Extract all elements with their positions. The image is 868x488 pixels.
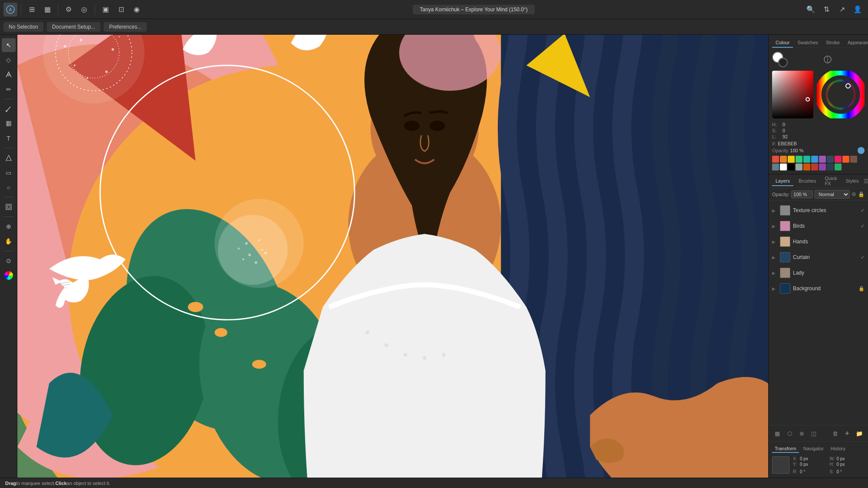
layer-name-label: Hands bbox=[793, 239, 865, 245]
layer-item-birds[interactable]: ▶Birds✓ bbox=[769, 218, 868, 234]
drag-desc: to marquee select. bbox=[16, 481, 56, 486]
tab-quick-fx[interactable]: Quick FX bbox=[821, 174, 840, 189]
click-desc: an object to select it. bbox=[67, 481, 110, 486]
brush-tool[interactable] bbox=[2, 102, 16, 116]
eyedropper-tool[interactable]: ⊙ bbox=[2, 254, 16, 268]
pen-tool[interactable] bbox=[2, 68, 16, 82]
layers-menu-icon[interactable]: ☰ bbox=[864, 178, 868, 184]
tab-navigator[interactable]: Navigator bbox=[801, 445, 826, 453]
layer-item-hands[interactable]: ▶Hands bbox=[769, 234, 868, 249]
canvas-area[interactable] bbox=[17, 35, 768, 478]
swatch-item[interactable] bbox=[780, 156, 787, 163]
layer-lock-icon[interactable]: 🔒 bbox=[858, 286, 865, 291]
layer-item-texture-circles[interactable]: ▶Texture circles✓ bbox=[769, 203, 868, 218]
tab-swatches[interactable]: Swatches bbox=[794, 38, 822, 48]
add-pixel-layer-icon[interactable]: ▦ bbox=[772, 428, 783, 439]
layer-arrow-icon: ▶ bbox=[772, 271, 777, 275]
layer-item-curtain[interactable]: ▶Curtain✓ bbox=[769, 249, 868, 265]
layer-visibility-icon[interactable]: ✓ bbox=[861, 255, 865, 260]
swatch-item[interactable] bbox=[827, 156, 834, 163]
transform-tool[interactable] bbox=[2, 200, 16, 214]
color-mode-selector bbox=[790, 55, 865, 64]
app-logo[interactable]: A bbox=[3, 3, 17, 16]
swatch-item[interactable] bbox=[850, 156, 857, 163]
add-layer-icon[interactable]: + bbox=[842, 428, 852, 439]
swatch-item[interactable] bbox=[819, 164, 826, 170]
panel-bottom: ▦ ⬡ ⊕ ◫ 🗑 + 📁 bbox=[769, 425, 868, 441]
fill-tool[interactable] bbox=[2, 117, 16, 131]
color-wheel[interactable] bbox=[817, 71, 865, 118]
user-icon[interactable]: 👤 bbox=[851, 3, 865, 16]
share-icon[interactable]: ↗ bbox=[835, 3, 849, 16]
color-swatch-tool[interactable] bbox=[2, 269, 16, 282]
swatch-item[interactable] bbox=[788, 164, 795, 170]
preferences-button[interactable]: Preferences... bbox=[104, 22, 147, 32]
grid-tool-4[interactable]: ⊡ bbox=[114, 3, 128, 16]
swatch-item[interactable] bbox=[819, 156, 826, 163]
color-gradient-box[interactable] bbox=[772, 71, 813, 118]
delete-layer-icon[interactable]: 🗑 bbox=[830, 428, 840, 439]
pencil-tool[interactable]: ✏ bbox=[2, 82, 16, 96]
background-color-swatch[interactable] bbox=[778, 58, 788, 67]
tab-stroke[interactable]: Stroke bbox=[822, 38, 843, 48]
layer-settings-icon[interactable]: ⚙ bbox=[852, 191, 856, 197]
swatch-item[interactable] bbox=[788, 156, 795, 163]
tab-transform[interactable]: Transform bbox=[772, 445, 799, 453]
swatch-item[interactable] bbox=[842, 156, 849, 163]
tab-layers[interactable]: Layers bbox=[772, 177, 793, 186]
swatch-item[interactable] bbox=[772, 164, 779, 170]
swatch-item[interactable] bbox=[811, 156, 818, 163]
tab-styles[interactable]: Styles bbox=[842, 177, 862, 186]
swatch-item[interactable] bbox=[772, 156, 779, 163]
swatch-item[interactable] bbox=[796, 156, 802, 163]
layer-item-background[interactable]: ▶Background🔒 bbox=[769, 281, 868, 296]
add-adjustment-icon[interactable]: ⊕ bbox=[796, 428, 807, 439]
shape-tool[interactable] bbox=[2, 151, 16, 165]
grid-tool-2[interactable]: ▦ bbox=[40, 3, 54, 16]
swatch-item[interactable] bbox=[811, 164, 818, 170]
grid-tool-5[interactable]: ◉ bbox=[130, 3, 144, 16]
swatch-item[interactable] bbox=[803, 164, 810, 170]
grid-tool-1[interactable]: ⊞ bbox=[25, 3, 39, 16]
layers-list: ▶Texture circles✓▶Birds✓▶Hands▶Curtain✓▶… bbox=[769, 201, 868, 425]
swatch-item[interactable] bbox=[803, 156, 810, 163]
svg-point-42 bbox=[86, 77, 88, 79]
swatch-item[interactable] bbox=[780, 164, 787, 170]
layer-item-lady[interactable]: ▶Lady bbox=[769, 265, 868, 281]
add-fx-layer-icon[interactable]: ⬡ bbox=[784, 428, 795, 439]
document-setup-button[interactable]: Document Setup... bbox=[47, 22, 100, 32]
tab-brushes[interactable]: Brushes bbox=[795, 177, 819, 186]
swatch-item[interactable] bbox=[796, 164, 802, 170]
sync-icon[interactable]: ⇅ bbox=[819, 3, 833, 16]
layer-visibility-icon[interactable]: ✓ bbox=[861, 208, 865, 213]
search-icon[interactable]: 🔍 bbox=[804, 3, 818, 16]
folder-icon[interactable]: 📁 bbox=[854, 428, 865, 439]
tab-colour[interactable]: Colour bbox=[772, 38, 793, 48]
transform-fields: X: 0 px W: 0 px Y: 0 px bbox=[793, 456, 865, 474]
add-mask-icon[interactable]: ◫ bbox=[809, 428, 819, 439]
opacity-picker-icon[interactable] bbox=[858, 147, 865, 154]
node-tool[interactable]: ◇ bbox=[2, 53, 16, 67]
r-value: 0 ° bbox=[800, 469, 805, 474]
snapping-icon[interactable]: ▣ bbox=[99, 3, 112, 16]
tab-appearance[interactable]: Appearance bbox=[844, 38, 868, 48]
text-tool[interactable]: T bbox=[2, 131, 16, 145]
zoom-tool[interactable]: ⊕ bbox=[2, 219, 16, 233]
circle-tool[interactable]: ○ bbox=[2, 180, 16, 194]
layer-visibility-icon[interactable]: ✓ bbox=[861, 223, 865, 229]
swatch-item[interactable] bbox=[835, 156, 842, 163]
layer-lock-icon[interactable]: 🔒 bbox=[858, 191, 865, 197]
hand-tool[interactable]: ✋ bbox=[2, 234, 16, 248]
rect-tool[interactable]: ▭ bbox=[2, 166, 16, 180]
select-tool[interactable]: ↖ bbox=[2, 38, 16, 52]
color-panel-tabs: Colour Swatches Stroke Appearance bbox=[772, 38, 865, 48]
swatch-item[interactable] bbox=[835, 164, 842, 170]
blend-mode-select[interactable]: Normal Multiply Screen Overlay bbox=[815, 190, 850, 199]
prefs-icon[interactable]: ◎ bbox=[77, 3, 91, 16]
tab-history[interactable]: History bbox=[828, 445, 848, 453]
no-selection-button[interactable]: No Selection bbox=[3, 22, 43, 32]
layer-opacity-input[interactable] bbox=[791, 190, 813, 198]
swatch-item[interactable] bbox=[827, 164, 834, 170]
settings-icon[interactable]: ⚙ bbox=[62, 3, 76, 16]
separator bbox=[58, 4, 58, 15]
